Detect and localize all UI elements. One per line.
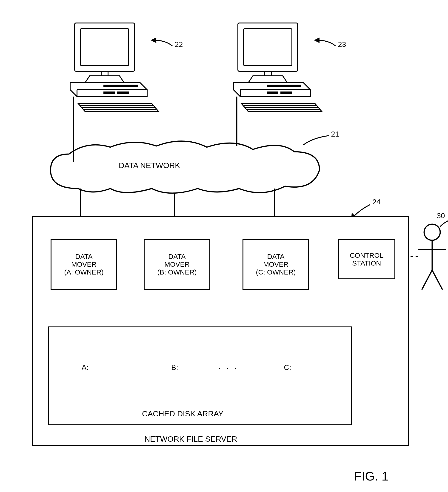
data-mover-b: DATA MOVER (B: OWNER)	[144, 239, 210, 290]
ref-22: 22	[175, 40, 183, 49]
control-station-box: CONTROL STATION	[338, 239, 395, 279]
cs-line1: CONTROL	[350, 252, 384, 259]
svg-rect-1	[81, 29, 129, 65]
disk-a-label: A:	[81, 363, 89, 372]
svg-rect-5	[103, 85, 138, 87]
dm2-line2: MOVER	[164, 260, 190, 268]
ref-24: 24	[372, 198, 381, 206]
ref-21: 21	[331, 130, 339, 138]
data-network-label: DATA NETWORK	[101, 161, 198, 170]
figure-title: FIG. 1	[354, 469, 388, 483]
network-file-server-label: NETWORK FILE SERVER	[133, 434, 248, 443]
ref-23: 23	[338, 40, 346, 49]
svg-rect-2	[101, 71, 108, 76]
dm1-line3: (A: OWNER)	[64, 268, 104, 276]
data-mover-a: DATA MOVER (A: OWNER)	[51, 239, 117, 290]
disk-ellipsis: . . .	[218, 361, 238, 371]
svg-line-46	[432, 270, 442, 290]
data-mover-c: DATA MOVER (C: OWNER)	[243, 239, 309, 290]
disk-b-label: B:	[171, 363, 178, 372]
dm3-line3: (C: OWNER)	[256, 268, 295, 276]
svg-line-45	[422, 270, 432, 290]
dm3-line2: MOVER	[263, 260, 288, 268]
svg-rect-16	[267, 85, 301, 87]
dm2-line3: (B: OWNER)	[157, 268, 197, 276]
cs-line2: STATION	[352, 259, 381, 267]
svg-rect-6	[103, 92, 115, 94]
cached-disk-array-label: CACHED DISK ARRAY	[129, 409, 237, 418]
dm3-line1: DATA	[267, 253, 285, 260]
ref-30: 30	[437, 212, 445, 220]
dm1-line2: MOVER	[71, 260, 97, 268]
diagram-canvas: DATA NETWORK 22 23 21 24 25 26 27 29 28 …	[5, 5, 448, 492]
svg-rect-7	[117, 92, 129, 94]
svg-rect-12	[244, 29, 292, 65]
svg-rect-18	[280, 92, 292, 94]
disk-c-label: C:	[284, 363, 291, 372]
svg-rect-13	[264, 71, 271, 76]
svg-rect-17	[267, 92, 278, 94]
dm1-line1: DATA	[75, 253, 93, 260]
svg-point-42	[424, 224, 440, 240]
dm2-line1: DATA	[168, 253, 186, 260]
